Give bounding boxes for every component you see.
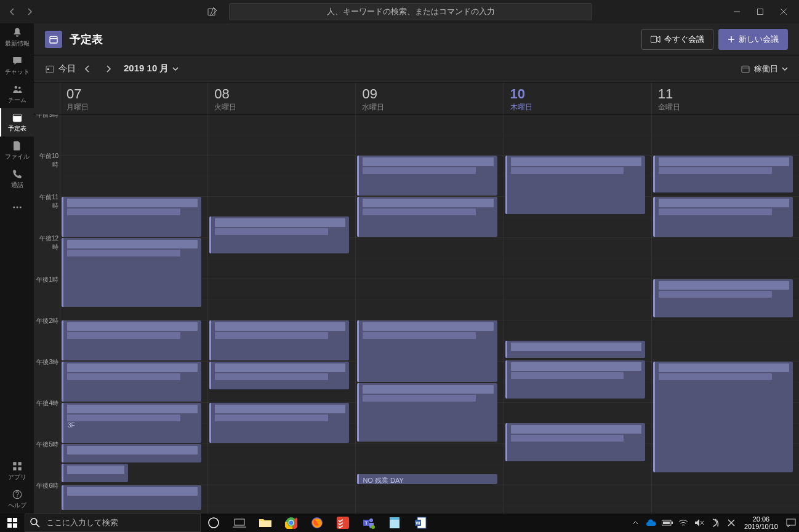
svg-point-44 [371, 525, 375, 529]
rail-calendar[interactable]: 予定表 [0, 108, 34, 137]
month-picker[interactable]: 2019 10 月 [124, 63, 179, 74]
forward-button[interactable] [21, 3, 38, 20]
svg-rect-26 [7, 523, 12, 528]
calendar-event[interactable] [209, 320, 349, 360]
calendar-event[interactable] [653, 156, 793, 193]
explorer-icon[interactable] [252, 514, 278, 532]
calendar-event[interactable] [209, 216, 349, 253]
rail-help[interactable]: ヘルプ [0, 485, 34, 514]
day-header[interactable]: 07月曜日 [60, 82, 207, 114]
close-button[interactable] [772, 0, 795, 23]
calendar-event[interactable] [357, 156, 497, 196]
rail-calls[interactable]: 通話 [0, 165, 34, 193]
calendar-event[interactable] [653, 197, 793, 237]
svg-rect-27 [13, 523, 17, 528]
svg-rect-19 [651, 36, 657, 42]
compose-button[interactable] [203, 2, 222, 21]
day-header-row: 07月曜日 08火曜日 09水曜日 10木曜日 11金曜日 [34, 82, 799, 114]
calendar-event[interactable] [505, 156, 645, 214]
new-meeting-button[interactable]: 新しい会議 [718, 29, 788, 50]
calendar-event[interactable] [653, 362, 793, 472]
calendar-event[interactable] [62, 238, 201, 307]
calendar-event[interactable] [62, 320, 201, 360]
rail-activity[interactable]: 最新情報 [0, 23, 34, 52]
calendar-event[interactable] [62, 464, 128, 482]
start-button[interactable] [0, 514, 25, 532]
calendar-event[interactable] [505, 360, 645, 399]
month-label: 2019 10 月 [124, 63, 169, 74]
calendar-event[interactable] [653, 279, 793, 317]
next-week-button[interactable] [99, 60, 118, 78]
calendar-event[interactable] [209, 362, 349, 389]
day-column[interactable]: NO 残業 DAY [355, 114, 503, 514]
ime-icon[interactable] [707, 514, 723, 532]
calendar-event[interactable] [62, 485, 201, 510]
todoist-icon[interactable] [330, 514, 356, 532]
rail-help-label: ヘルプ [8, 501, 26, 510]
svg-rect-33 [259, 521, 271, 527]
calendar-event[interactable] [505, 341, 645, 358]
calendar-event[interactable] [62, 362, 201, 402]
taskbar-clock[interactable]: 20:06 2019/10/10 [739, 515, 783, 530]
day-column[interactable] [504, 114, 651, 514]
chrome-icon[interactable] [278, 514, 304, 532]
svg-point-43 [369, 518, 373, 522]
onedrive-icon[interactable] [643, 514, 659, 532]
calendar-event[interactable] [357, 320, 497, 382]
maximize-button[interactable] [749, 0, 772, 23]
action-center-icon[interactable] [783, 514, 799, 532]
wifi-icon[interactable] [675, 514, 691, 532]
meet-now-label: 今すぐ会議 [664, 34, 704, 45]
svg-point-3 [14, 86, 17, 89]
tray-expand-icon[interactable] [627, 514, 643, 532]
day-header[interactable]: 10木曜日 [504, 82, 651, 114]
search-box[interactable]: 人、キーワードの検索、またはコマンドの入力 [229, 3, 592, 20]
volume-mute-icon[interactable] [691, 514, 707, 532]
firefox-icon[interactable] [304, 514, 330, 532]
rail-teams[interactable]: チーム [0, 80, 34, 108]
calendar-event[interactable] [209, 403, 349, 443]
svg-text:T: T [365, 520, 368, 526]
back-button[interactable] [4, 3, 21, 20]
notepad-icon[interactable] [382, 514, 408, 532]
calendar-event[interactable]: NO 残業 DAY [357, 474, 497, 484]
battery-icon[interactable] [659, 514, 675, 532]
calendar-event[interactable] [62, 444, 201, 463]
teams-icon[interactable]: T [356, 514, 382, 532]
calendar-event[interactable] [505, 423, 645, 461]
svg-rect-22 [742, 66, 749, 73]
svg-rect-20 [46, 66, 54, 73]
taskbar-search[interactable]: ここに入力して検索 [25, 514, 201, 532]
day-column[interactable] [651, 114, 799, 514]
taskbar-search-placeholder: ここに入力して検索 [46, 517, 118, 528]
day-header[interactable]: 11金曜日 [651, 82, 799, 114]
cortana-icon[interactable] [201, 514, 227, 532]
calendar-event[interactable] [357, 197, 497, 237]
day-column[interactable] [207, 114, 355, 514]
today-button[interactable]: 今日 [45, 63, 76, 74]
svg-rect-53 [663, 522, 670, 524]
time-label: 午後6時 [34, 482, 60, 514]
rail-files[interactable]: ファイル [0, 137, 34, 165]
rail-chat-label: チャット [5, 68, 30, 76]
day-header[interactable]: 08火曜日 [207, 82, 355, 114]
rail-teams-label: チーム [8, 96, 26, 105]
day-header[interactable]: 09水曜日 [355, 82, 503, 114]
calendar-event[interactable] [62, 197, 201, 237]
time-label: 午前9時 [34, 114, 60, 152]
task-view-icon[interactable] [227, 514, 252, 532]
view-picker[interactable]: 稼働日 [741, 63, 788, 74]
close-tray-icon[interactable] [723, 514, 739, 532]
day-column[interactable]: 3F [60, 114, 207, 514]
word-icon[interactable]: W [408, 514, 433, 532]
prev-week-button[interactable] [78, 60, 97, 78]
meet-now-button[interactable]: 今すぐ会議 [641, 29, 713, 50]
rail-chat[interactable]: チャット [0, 52, 34, 80]
rail-apps[interactable]: アプリ [0, 457, 34, 485]
time-label: 午後5時 [34, 440, 60, 482]
svg-rect-13 [13, 467, 16, 470]
rail-more[interactable] [0, 193, 34, 221]
minimize-button[interactable] [725, 0, 749, 23]
calendar-event[interactable] [357, 383, 497, 442]
calendar-event[interactable]: 3F [62, 403, 201, 443]
